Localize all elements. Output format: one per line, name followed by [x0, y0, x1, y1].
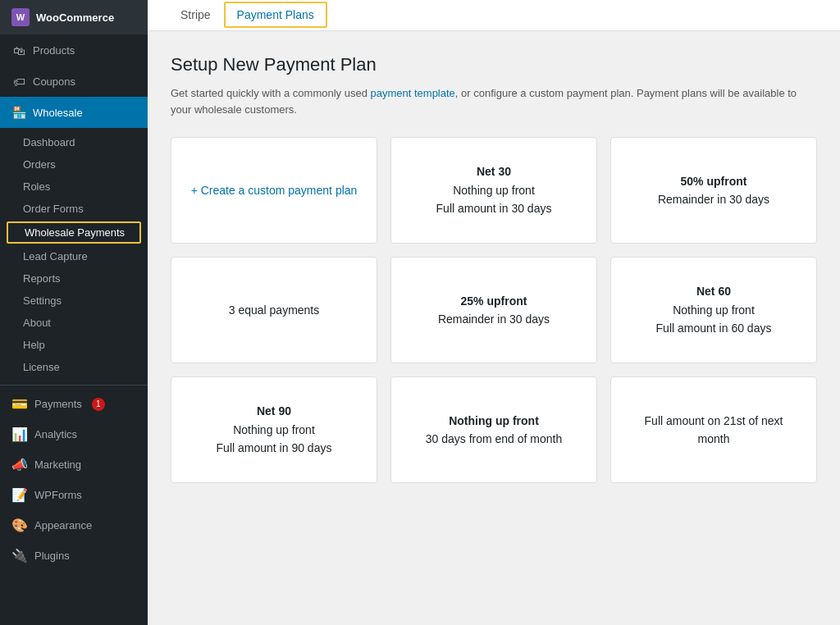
woo-logo: W — [11, 8, 30, 26]
wholesale-icon: 🏪 — [11, 105, 26, 120]
card-net90-text: Net 90 Nothing up front Full amount in 9… — [217, 402, 332, 457]
payments-label: Payments — [34, 398, 82, 410]
sidebar-item-coupons[interactable]: 🏷 Coupons — [0, 66, 148, 97]
wpforms-label: WPForms — [34, 489, 82, 501]
submenu-item-dashboard[interactable]: Dashboard — [0, 131, 148, 153]
submenu-item-lead-capture[interactable]: Lead Capture — [0, 245, 148, 267]
card-full-21st-text: Full amount on 21st of next month — [628, 412, 800, 449]
marketing-icon: 📣 — [11, 457, 28, 472]
submenu-item-about[interactable]: About — [0, 312, 148, 334]
card-net60-text: Net 60 Nothing up front Full amount in 6… — [656, 282, 772, 337]
sidebar-item-products[interactable]: 🛍 Products — [0, 34, 148, 66]
card-nothing-upfront-text: Nothing up front 30 days from end of mon… — [426, 412, 563, 449]
plugins-label: Plugins — [34, 550, 70, 562]
card-net30[interactable]: Net 30 Nothing up front Full amount in 3… — [390, 137, 597, 244]
card-50upfront[interactable]: 50% upfront Remainder in 30 days — [610, 137, 817, 244]
coupons-label: Coupons — [33, 75, 75, 88]
coupons-icon: 🏷 — [11, 74, 26, 89]
card-25upfront-text: 25% upfront Remainder in 30 days — [438, 292, 550, 329]
appearance-icon: 🎨 — [11, 518, 28, 533]
page-content: Setup New Payment Plan Get started quick… — [148, 31, 840, 506]
sidebar-item-plugins[interactable]: 🔌 Plugins — [0, 541, 148, 571]
wholesale-submenu: Dashboard Orders Roles Order Forms Whole… — [0, 128, 148, 381]
card-net30-text: Net 30 Nothing up front Full amount in 3… — [436, 162, 552, 217]
card-net90[interactable]: Net 90 Nothing up front Full amount in 9… — [171, 376, 377, 483]
submenu-item-help[interactable]: Help — [0, 334, 148, 356]
card-create-custom[interactable]: + Create a custom payment plan — [171, 137, 377, 244]
sidebar-item-marketing[interactable]: 📣 Marketing — [0, 449, 148, 480]
payments-icon: 💳 — [11, 396, 28, 412]
tab-payment-plans[interactable]: Payment Plans — [224, 2, 327, 28]
page-title: Setup New Payment Plan — [171, 54, 817, 75]
card-3equal-text: 3 equal payments — [229, 301, 320, 319]
sidebar-item-woocommerce[interactable]: W WooCommerce — [0, 0, 148, 34]
submenu-item-roles[interactable]: Roles — [0, 176, 148, 198]
payment-cards-grid: + Create a custom payment plan Net 30 No… — [171, 137, 817, 483]
submenu-item-orders[interactable]: Orders — [0, 153, 148, 176]
sidebar: W WooCommerce 🛍 Products 🏷 Coupons 🏪 Who… — [0, 0, 148, 625]
sidebar-item-wpforms[interactable]: 📝 WPForms — [0, 480, 148, 510]
marketing-label: Marketing — [34, 458, 81, 471]
sidebar-item-appearance[interactable]: 🎨 Appearance — [0, 510, 148, 541]
appearance-label: Appearance — [34, 519, 92, 531]
products-label: Products — [33, 44, 75, 57]
page-description: Get started quickly with a commonly used… — [171, 85, 810, 117]
sidebar-item-wholesale[interactable]: 🏪 Wholesale — [0, 97, 148, 128]
wholesale-label: Wholesale — [33, 107, 83, 119]
submenu-item-order-forms[interactable]: Order Forms — [0, 198, 148, 220]
card-50upfront-text: 50% upfront Remainder in 30 days — [658, 172, 769, 209]
submenu-item-wholesale-payments[interactable]: Wholesale Payments — [7, 221, 141, 244]
plugins-icon: 🔌 — [11, 548, 28, 563]
payments-badge: 1 — [92, 398, 105, 411]
submenu-item-reports[interactable]: Reports — [0, 267, 148, 290]
woocommerce-label: WooCommerce — [36, 11, 114, 24]
card-create-label: + Create a custom payment plan — [191, 181, 358, 199]
analytics-label: Analytics — [34, 428, 77, 440]
sidebar-item-analytics[interactable]: 📊 Analytics — [0, 419, 148, 449]
card-nothing-upfront[interactable]: Nothing up front 30 days from end of mon… — [390, 376, 597, 483]
products-icon: 🛍 — [11, 43, 26, 57]
card-25upfront[interactable]: 25% upfront Remainder in 30 days — [390, 257, 597, 363]
sidebar-item-payments[interactable]: 💳 Payments 1 — [0, 389, 148, 419]
submenu-item-settings[interactable]: Settings — [0, 290, 148, 312]
tabs-bar: Stripe Payment Plans — [148, 0, 840, 31]
sidebar-divider — [0, 385, 148, 385]
payment-template-link[interactable]: payment template — [371, 87, 455, 99]
wpforms-icon: 📝 — [11, 487, 28, 503]
card-net60[interactable]: Net 60 Nothing up front Full amount in 6… — [610, 257, 817, 363]
card-full-21st[interactable]: Full amount on 21st of next month — [610, 376, 817, 483]
submenu-item-license[interactable]: License — [0, 356, 148, 378]
main-content: Stripe Payment Plans Setup New Payment P… — [148, 0, 840, 625]
card-3equal[interactable]: 3 equal payments — [171, 257, 377, 363]
tab-stripe[interactable]: Stripe — [167, 0, 224, 31]
analytics-icon: 📊 — [11, 427, 28, 442]
